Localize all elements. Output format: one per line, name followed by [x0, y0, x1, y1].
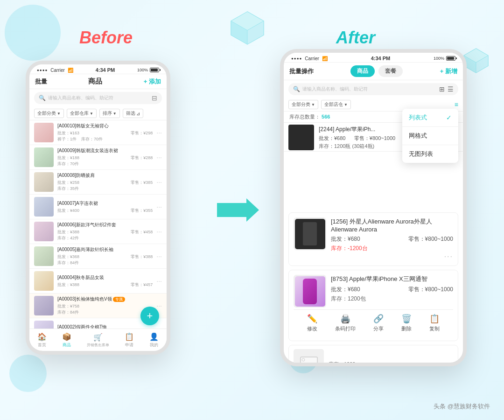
action-barcode[interactable]: 🖨️ 条码打印	[335, 314, 356, 332]
before-nav-mine[interactable]: 👤 我的	[149, 332, 159, 348]
after-dropdown-grid[interactable]: 网格式	[402, 127, 458, 145]
more-dots-8[interactable]: ···	[156, 302, 162, 309]
list-item[interactable]: [A00004]秋冬新品女装 批发：¥388 零售：¥457 ···	[29, 269, 167, 294]
more-dots-after-4[interactable]: ···	[444, 360, 453, 367]
before-search-bar[interactable]: 🔍 请输入商品名称、编码、助记符 ⊟	[34, 92, 162, 104]
before-filter-category[interactable]: 全部分类 ▼	[34, 109, 64, 118]
after-label: After	[336, 28, 375, 48]
after-product-card-4[interactable]: 库存：1200 ···	[288, 345, 458, 366]
list-item[interactable]: [A00009]韩版潮流女装连衣裙 批发：¥188 零售：¥288 库存：70件…	[29, 145, 167, 170]
before-filter-warehouse[interactable]: 全部仓库 ▼	[67, 109, 97, 118]
before-status-left: ●●●● Carrier 📶	[37, 68, 73, 73]
before-header-left: 批量	[35, 77, 47, 86]
before-label: Before	[79, 28, 133, 48]
home-icon: 🏠	[37, 332, 47, 341]
action-share[interactable]: 🔗 分享	[373, 314, 384, 332]
product-info-4: [A00007]A字连衣裙 批发：¥400 零售：¥355	[57, 200, 153, 214]
more-dots-10[interactable]: ···	[156, 351, 162, 355]
after-battery-pct: 100%	[434, 56, 444, 61]
after-product-info-2: [1256] 外星人Alienware Aurora外星人Alienware A…	[331, 217, 453, 252]
blob-decoration-bl	[9, 355, 47, 392]
before-fab-button[interactable]: +	[140, 307, 159, 325]
after-carrier: Carrier	[305, 56, 319, 61]
product-info-2: [A00009]韩版潮流女装连衣裙 批发：¥188 零售：¥288 库存：70件	[57, 147, 153, 167]
product-icon: 📦	[62, 332, 71, 341]
before-filter-sort[interactable]: 排序 ▼	[99, 109, 120, 118]
after-list-icon[interactable]: ☰	[448, 85, 454, 93]
more-dots-5[interactable]: ···	[156, 228, 162, 235]
action-edit[interactable]: ✏️ 修改	[307, 314, 317, 332]
after-filter-store[interactable]: 全部店仓 ▼	[321, 100, 351, 109]
more-btn-2[interactable]: ···	[444, 252, 453, 261]
product-thumb-2	[34, 147, 54, 167]
before-signal-dots: ●●●●	[37, 68, 48, 72]
product-info-6: [A00005]嘉尚薄款针织长袖 批发：¥368 零售：¥388 库存：84件	[57, 246, 153, 266]
after-status-left: ●●●● Carrier 📶	[291, 56, 328, 61]
after-tab-product[interactable]: 商品	[350, 65, 375, 77]
product-thumb-7	[34, 271, 54, 291]
product-thumb-after-1	[288, 125, 314, 150]
more-dots-6[interactable]: ···	[156, 252, 162, 260]
after-product-thumb-3	[294, 275, 326, 308]
after-signal-dots: ●●●●	[291, 56, 302, 61]
more-dots-3[interactable]: ···	[156, 178, 162, 186]
before-nav-home[interactable]: 🏠 首页	[37, 332, 47, 348]
barcode-print-icon: 🖨️	[340, 314, 350, 324]
check-icon: ✓	[446, 114, 452, 121]
list-item[interactable]: [A00005]嘉尚薄款针织长袖 批发：¥368 零售：¥388 库存：84件 …	[29, 244, 167, 269]
list-item[interactable]: [A00007]A字连衣裙 批发：¥400 零售：¥355 ···	[29, 195, 167, 219]
action-copy[interactable]: 📋 复制	[429, 314, 440, 332]
phone-after: ●●●● Carrier 📶 4:34 PM 100% 批量操作 商品 套餐 +…	[280, 49, 467, 366]
more-dots-1[interactable]: ···	[156, 129, 162, 136]
product-thumb-3	[34, 172, 54, 192]
after-dropdown-noimg[interactable]: 无图列表	[402, 145, 458, 163]
before-header-right[interactable]: + 添加	[144, 77, 161, 86]
blob-decoration-tl	[5, 5, 61, 61]
after-header-tabs: 商品 套餐	[350, 65, 403, 77]
delete-icon: 🗑️	[401, 314, 412, 324]
after-product-info-4: 库存：1200	[329, 361, 355, 366]
after-dropdown-noimg-label: 无图列表	[409, 150, 433, 158]
after-product-card-3[interactable]: [8753] Apple/苹果iPhone X三网通智 批发：¥680 零售：¥…	[288, 270, 458, 341]
after-header-right[interactable]: + 新增	[440, 67, 457, 76]
arrow-container	[215, 196, 261, 224]
list-item[interactable]: [A00010]韩版女无袖背心 批发：¥163 零售：¥298 裤子：1件 库存…	[29, 120, 167, 145]
product-thumb-5	[34, 222, 54, 241]
product-info-7: [A00004]秋冬新品女装 批发：¥388 零售：¥457	[57, 274, 153, 288]
product-info-10: [A00001]加厚夹克男装	[57, 352, 153, 355]
after-dropdown-menu: 列表式 ✓ 网格式 无图列表	[402, 109, 458, 163]
after-product-card-3-inner: [8753] Apple/苹果iPhone X三网通智 批发：¥680 零售：¥…	[294, 275, 453, 308]
after-tab-package[interactable]: 套餐	[378, 65, 403, 77]
list-item[interactable]: [A00008]防晒披肩 批发：¥258 零售：¥385 库存：35件 ···	[29, 170, 167, 195]
before-filter-filter[interactable]: 筛选 ⊿	[123, 109, 143, 118]
before-nav-product[interactable]: 📦 商品	[62, 332, 71, 348]
after-search-icons: ⊞ ☰	[439, 85, 454, 93]
share-icon: 🔗	[373, 314, 384, 324]
after-view-icons: ≡	[455, 101, 458, 108]
before-nav-apply[interactable]: 📋 申请	[125, 332, 134, 348]
more-dots-2[interactable]: ···	[156, 154, 162, 161]
before-bottom-nav: 🏠 首页 📦 商品 🛒 开销售出库单 📋 申请 👤 我的	[29, 329, 167, 351]
before-header-center: 商品	[88, 77, 102, 86]
after-dropdown-list[interactable]: 列表式 ✓	[402, 109, 458, 127]
before-nav-sale[interactable]: 🛒 开销售出库单	[87, 333, 109, 348]
after-filter-category[interactable]: 全部分类 ▼	[288, 100, 318, 109]
product-thumb-1	[34, 123, 54, 142]
product-thumb-4	[34, 197, 54, 217]
before-filter-icon: ⊟	[152, 94, 157, 102]
more-dots-4[interactable]: ···	[156, 203, 162, 210]
after-action-bar: ✏️ 修改 🖨️ 条码打印 🔗 分享 🗑️ 删除 📋 复制	[294, 309, 453, 336]
before-search-placeholder: 请输入商品名称、编码、助记符	[48, 95, 113, 101]
after-search-bar[interactable]: 🔍 请输入商品名称、编码、助记符 ⊞ ☰	[288, 83, 458, 95]
after-card-2-more: ···	[294, 252, 453, 261]
list-item[interactable]: [A00006]新款洋气针织2件套 批发：¥388 零售：¥458 库存：42件…	[29, 219, 167, 244]
after-product-card-2[interactable]: [1256] 外星人Alienware Aurora外星人Alienware A…	[288, 212, 458, 266]
after-list-view-icon[interactable]: ≡	[455, 101, 458, 108]
more-dots-7[interactable]: ···	[156, 277, 162, 285]
after-wifi-icon: 📶	[322, 56, 328, 61]
action-delete[interactable]: 🗑️ 删除	[401, 314, 412, 332]
product-info-5: [A00006]新款洋气针织2件套 批发：¥388 零售：¥458 库存：42件	[57, 222, 153, 241]
before-wifi-icon: 📶	[68, 68, 73, 73]
after-search-icon: 🔍	[293, 86, 300, 92]
after-barcode-icon[interactable]: ⊞	[439, 85, 445, 93]
